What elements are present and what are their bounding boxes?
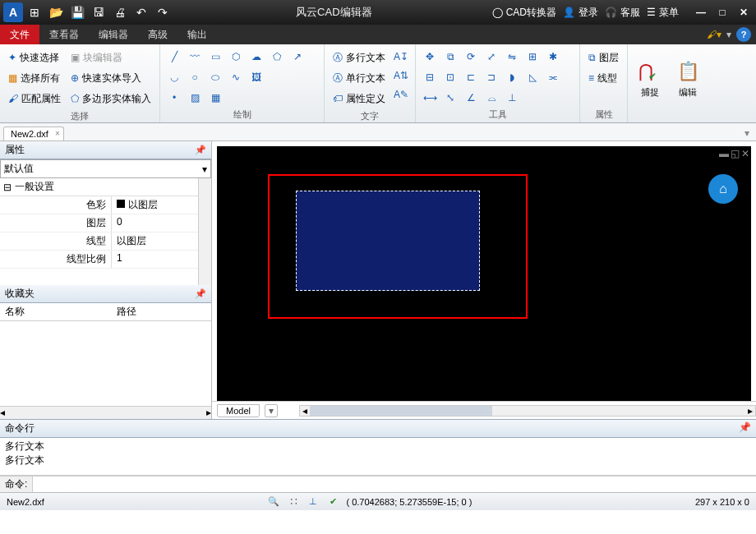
close-tab-icon[interactable]: × [55, 129, 60, 138]
status-snap-icon[interactable]: ✔ [326, 495, 339, 509]
break-icon[interactable]: ⊏ [462, 68, 480, 86]
pin-icon[interactable]: 📌 [739, 421, 751, 435]
fillet-icon[interactable]: ◗ [503, 68, 521, 86]
converter-link[interactable]: ◯CAD转换器 [492, 6, 556, 20]
mtext-button[interactable]: Ⓐ多行文本 [330, 48, 389, 67]
help-icon[interactable]: ? [736, 27, 751, 42]
prop-row-layer[interactable]: 图层0 [0, 214, 198, 232]
dim5-icon[interactable]: ⊥ [503, 89, 521, 107]
text-tool-c-icon[interactable]: A✎ [392, 85, 410, 104]
document-tab[interactable]: New2.dxf × [3, 127, 64, 140]
pin-icon[interactable]: 📌 [195, 288, 206, 299]
layout-dropdown-icon[interactable]: ▾ [265, 404, 278, 417]
scale-icon[interactable]: ⤢ [482, 48, 500, 66]
prop-row-linescale[interactable]: 线型比例1 [0, 251, 198, 269]
extend-icon[interactable]: ⊡ [441, 68, 459, 86]
save-pdf-icon[interactable]: 🖫 [89, 2, 108, 22]
hatch-icon[interactable]: ▨ [186, 89, 204, 107]
canvas-close-icon[interactable]: ✕ [741, 148, 749, 159]
command-history[interactable]: 多行文本 多行文本 [0, 438, 756, 476]
region-icon[interactable]: ▦ [206, 89, 224, 107]
star-icon[interactable]: ⬠ [268, 48, 286, 66]
tab-file[interactable]: 文件 [0, 25, 39, 44]
selected-rectangle[interactable] [296, 191, 480, 291]
login-link[interactable]: 👤登录 [563, 6, 598, 20]
canvas-max-icon[interactable]: ◱ [731, 148, 740, 159]
rect-icon[interactable]: ▭ [206, 48, 224, 66]
minimize-button[interactable]: — [692, 3, 710, 21]
circle-icon[interactable]: ○ [186, 68, 204, 86]
favorites-hscroll[interactable]: ◂▸ [0, 406, 211, 419]
drawing-canvas[interactable]: ▬ ◱ ✕ ⌂ [217, 146, 751, 401]
support-link[interactable]: 🎧客服 [605, 6, 640, 20]
collapse-icon[interactable]: ▾ [726, 29, 731, 40]
point-icon[interactable]: • [165, 89, 183, 107]
snap-button[interactable]: ⋂✔ 捕捉 [633, 48, 667, 109]
properties-scrollbar[interactable] [198, 178, 211, 285]
save-icon[interactable]: 💾 [67, 2, 87, 22]
quick-select-button[interactable]: ✦快速选择 [5, 48, 64, 67]
spline-icon[interactable]: ∿ [227, 68, 245, 86]
properties-filter-dropdown[interactable]: 默认值 ▾ [0, 159, 211, 178]
text-tool-b-icon[interactable]: A⇅ [392, 67, 410, 85]
close-button[interactable]: ✕ [735, 3, 753, 21]
command-input[interactable] [33, 476, 756, 492]
rotate-icon[interactable]: ⟳ [462, 48, 480, 66]
status-search-icon[interactable]: 🔍 [267, 495, 280, 509]
pin-icon[interactable]: 📌 [195, 145, 206, 155]
open-icon[interactable]: 📂 [46, 2, 66, 22]
move-icon[interactable]: ✥ [421, 48, 439, 66]
dim4-icon[interactable]: ⌓ [482, 89, 500, 107]
cloud-icon[interactable]: ☁ [247, 48, 265, 66]
chamfer-icon[interactable]: ◺ [523, 68, 542, 86]
join-icon[interactable]: ⫘ [544, 68, 562, 86]
prop-row-color[interactable]: 色彩以图层 [0, 196, 198, 214]
mirror-icon[interactable]: ⇋ [503, 48, 521, 66]
tab-advanced[interactable]: 高级 [138, 25, 177, 44]
menu-link[interactable]: ☰菜单 [647, 6, 679, 20]
text-tool-a-icon[interactable]: A↧ [392, 48, 410, 66]
viewcube-icon[interactable]: ⌂ [708, 174, 738, 204]
trim-icon[interactable]: ⊟ [421, 68, 439, 86]
redo-icon[interactable]: ↷ [153, 2, 173, 22]
canvas-min-icon[interactable]: ▬ [719, 148, 729, 159]
polygon-input-button[interactable]: ⬠多边形实体输入 [67, 89, 154, 108]
print-icon[interactable]: 🖨 [110, 2, 130, 22]
status-grid-icon[interactable]: ⸬ [287, 495, 300, 509]
line-icon[interactable]: ╱ [165, 48, 183, 66]
prop-row-linetype[interactable]: 线型以图层 [0, 232, 198, 251]
stext-button[interactable]: Ⓐ单行文本 [330, 68, 389, 88]
image-icon[interactable]: 🖼 [247, 68, 265, 86]
dim3-icon[interactable]: ∠ [462, 89, 480, 107]
app-menu-icon[interactable]: A [3, 2, 23, 22]
tab-viewer[interactable]: 查看器 [39, 25, 89, 44]
tab-editor[interactable]: 编辑器 [89, 25, 138, 44]
layer-button[interactable]: ⧉图层 [585, 48, 622, 67]
undo-icon[interactable]: ↶ [131, 2, 151, 22]
ellipse-icon[interactable]: ⬭ [206, 68, 224, 86]
status-ortho-icon[interactable]: ⊥ [307, 495, 320, 509]
select-all-button[interactable]: ▦选择所有 [5, 68, 64, 88]
copy-icon[interactable]: ⧉ [441, 48, 459, 66]
col-path[interactable]: 路径 [112, 303, 141, 320]
polyline-icon[interactable]: 〰 [186, 48, 204, 66]
dim1-icon[interactable]: ⟷ [421, 89, 439, 107]
block-editor-button[interactable]: ▣块编辑器 [67, 48, 154, 67]
explode-icon[interactable]: ✱ [544, 48, 562, 66]
shape-icon[interactable]: ⬡ [227, 48, 245, 66]
dim2-icon[interactable]: ⤡ [441, 89, 459, 107]
favorites-body[interactable] [0, 321, 211, 406]
array-icon[interactable]: ⊞ [523, 48, 542, 66]
match-props-button[interactable]: 🖌匹配属性 [5, 89, 64, 108]
arc-icon[interactable]: ◡ [165, 68, 183, 86]
col-name[interactable]: 名称 [0, 303, 112, 320]
maximize-button[interactable]: □ [713, 3, 731, 21]
tabs-dropdown-icon[interactable]: ▾ [738, 126, 756, 140]
linetype-button[interactable]: ≡线型 [585, 68, 622, 88]
edit-button[interactable]: 📋 编辑 [671, 48, 705, 109]
model-tab[interactable]: Model [217, 404, 260, 417]
prop-category-general[interactable]: ⊟一般设置 [0, 178, 198, 196]
new-icon[interactable]: ⊞ [25, 2, 44, 22]
tab-output[interactable]: 输出 [177, 25, 217, 44]
theme-icon[interactable]: 🖌▾ [707, 29, 721, 40]
